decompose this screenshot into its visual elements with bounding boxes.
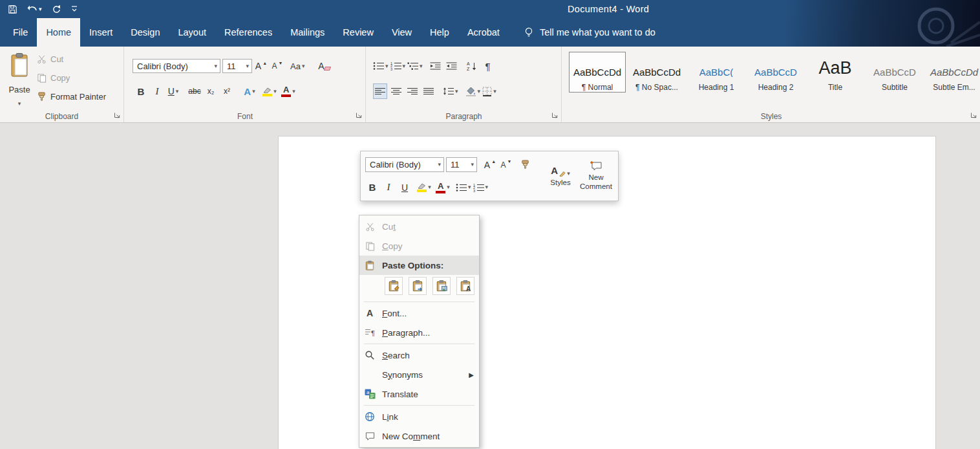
style-normal[interactable]: AaBbCcDd ¶ Normal	[569, 52, 626, 93]
tab-review[interactable]: Review	[334, 18, 383, 47]
font-color-button[interactable]: A ▾	[281, 83, 295, 99]
shading-caret[interactable]: ▾	[478, 89, 481, 94]
mini-shrink-font-button[interactable]: A▼	[499, 157, 513, 173]
tab-mailings[interactable]: Mailings	[281, 18, 334, 47]
clipboard-dialog-launcher[interactable]	[112, 111, 122, 120]
menu-item-cut[interactable]: Cut	[359, 217, 479, 236]
underline-caret[interactable]: ▾	[176, 89, 179, 94]
tab-insert[interactable]: Insert	[80, 18, 122, 47]
tab-help[interactable]: Help	[421, 18, 458, 47]
mini-numbering-caret[interactable]: ▾	[485, 184, 489, 190]
mini-bullets-caret[interactable]: ▾	[468, 184, 471, 190]
mini-font-name-combo[interactable]: Calibri (Body) ▾	[365, 157, 444, 172]
increase-indent-button[interactable]	[445, 58, 459, 74]
text-effects-button[interactable]: A▾	[242, 83, 257, 99]
mini-format-painter-button[interactable]	[518, 157, 532, 173]
menu-item-paragraph[interactable]: ¶ Paragraph...	[359, 323, 479, 342]
justify-button[interactable]	[421, 83, 436, 99]
menu-item-synonyms[interactable]: Synonyms ▶	[359, 365, 479, 384]
subscript-button[interactable]: x₂	[204, 83, 218, 99]
italic-button[interactable]: I	[150, 83, 164, 99]
numbering-caret[interactable]: ▾	[403, 63, 406, 69]
mini-font-color-button[interactable]: A ▾	[436, 180, 450, 195]
shrink-font-button[interactable]: A▼	[270, 58, 284, 74]
mini-grow-font-button[interactable]: A▲	[483, 157, 497, 173]
undo-dropdown-caret[interactable]: ▾	[39, 6, 42, 12]
highlight-color-button[interactable]: ▾	[262, 83, 277, 99]
mini-font-size-combo[interactable]: 11 ▾	[446, 157, 477, 172]
mini-font-name-caret[interactable]: ▾	[438, 162, 441, 168]
tab-file[interactable]: File	[4, 18, 37, 47]
redo-button[interactable]	[52, 2, 61, 16]
menu-item-search[interactable]: Search	[359, 345, 479, 365]
menu-item-font[interactable]: A Font...	[359, 303, 479, 323]
style-title[interactable]: AaB Title	[807, 52, 864, 93]
tab-design[interactable]: Design	[122, 18, 169, 47]
change-case-button[interactable]: Aa▾	[290, 58, 304, 74]
mini-underline-button[interactable]: U	[398, 180, 412, 195]
change-case-caret[interactable]: ▾	[302, 63, 305, 69]
font-dialog-launcher[interactable]	[354, 111, 363, 120]
paste-button[interactable]: Paste ▾	[4, 49, 35, 109]
bold-button[interactable]: B	[134, 83, 148, 99]
font-name-caret[interactable]: ▾	[214, 63, 217, 69]
paste-dropdown-caret[interactable]: ▾	[18, 101, 21, 107]
line-spacing-button[interactable]: ▾	[443, 83, 458, 99]
mini-highlight-caret[interactable]: ▾	[428, 184, 431, 190]
mini-font-size-caret[interactable]: ▾	[471, 162, 474, 168]
tab-acrobat[interactable]: Acrobat	[458, 18, 509, 47]
paste-keep-text-only-button[interactable]: A	[456, 277, 474, 295]
paragraph-dialog-launcher[interactable]	[550, 111, 559, 120]
clear-formatting-button[interactable]: A	[317, 58, 331, 74]
borders-button[interactable]: ▾	[482, 83, 496, 99]
shading-button[interactable]: ▾	[465, 83, 481, 99]
font-size-combo[interactable]: 11 ▾	[222, 59, 252, 73]
mini-bold-button[interactable]: B	[365, 180, 379, 195]
menu-item-new-comment[interactable]: New Comment	[359, 426, 479, 446]
strikethrough-button[interactable]: abc	[187, 83, 202, 99]
paste-picture-button[interactable]	[432, 277, 451, 295]
font-name-combo[interactable]: Calibri (Body) ▾	[133, 59, 220, 73]
mini-font-color-caret[interactable]: ▾	[447, 184, 450, 190]
bullets-button[interactable]: ▾	[373, 58, 389, 74]
cut-button[interactable]: Cut	[37, 52, 106, 66]
line-spacing-caret[interactable]: ▾	[455, 89, 458, 94]
align-center-button[interactable]	[389, 83, 403, 99]
menu-item-translate[interactable]: a Translate	[359, 384, 479, 404]
menu-item-copy[interactable]: Copy	[359, 236, 479, 256]
superscript-button[interactable]: x²	[220, 83, 234, 99]
paste-keep-source-formatting-button[interactable]	[385, 277, 403, 295]
tab-home[interactable]: Home	[37, 18, 80, 47]
undo-button[interactable]: ▾	[27, 2, 42, 16]
customize-quick-access-toolbar-button[interactable]	[71, 2, 78, 16]
copy-button[interactable]: Copy	[37, 71, 106, 85]
format-painter-button[interactable]: Format Painter	[37, 89, 106, 104]
style-subtitle[interactable]: AaBbCcD Subtitle	[866, 52, 923, 93]
mini-bullets-button[interactable]: ▾	[456, 180, 471, 195]
mini-new-comment-button[interactable]: New Comment	[577, 153, 615, 199]
multilevel-list-caret[interactable]: ▾	[420, 63, 423, 69]
mini-italic-button[interactable]: I	[381, 180, 396, 195]
numbering-button[interactable]: 123 ▾	[390, 58, 406, 74]
borders-caret[interactable]: ▾	[493, 89, 496, 94]
tell-me-box[interactable]: Tell me what you want to do	[524, 18, 655, 47]
tab-references[interactable]: References	[215, 18, 281, 47]
align-right-button[interactable]	[405, 83, 420, 99]
style-subtle-emphasis[interactable]: AaBbCcDd Subtle Em...	[926, 52, 980, 93]
styles-dialog-launcher[interactable]	[969, 111, 978, 120]
decrease-indent-button[interactable]	[429, 58, 443, 74]
style-no-spacing[interactable]: AaBbCcDd ¶ No Spac...	[628, 52, 685, 93]
multilevel-list-button[interactable]: ▾	[407, 58, 423, 74]
tab-layout[interactable]: Layout	[169, 18, 215, 47]
font-size-caret[interactable]: ▾	[246, 63, 249, 69]
font-color-caret[interactable]: ▾	[292, 89, 295, 94]
mini-styles-button[interactable]: A ▾ Styles	[544, 153, 577, 199]
bullets-caret[interactable]: ▾	[385, 63, 389, 69]
tab-view[interactable]: View	[383, 18, 421, 47]
sort-button[interactable]: AZ	[465, 58, 479, 74]
style-heading-1[interactable]: AaBbC( Heading 1	[688, 52, 745, 93]
save-button[interactable]	[8, 2, 17, 16]
grow-font-button[interactable]: A▲	[254, 58, 268, 74]
mini-numbering-button[interactable]: 123 ▾	[473, 180, 489, 195]
align-left-button[interactable]	[373, 83, 387, 99]
